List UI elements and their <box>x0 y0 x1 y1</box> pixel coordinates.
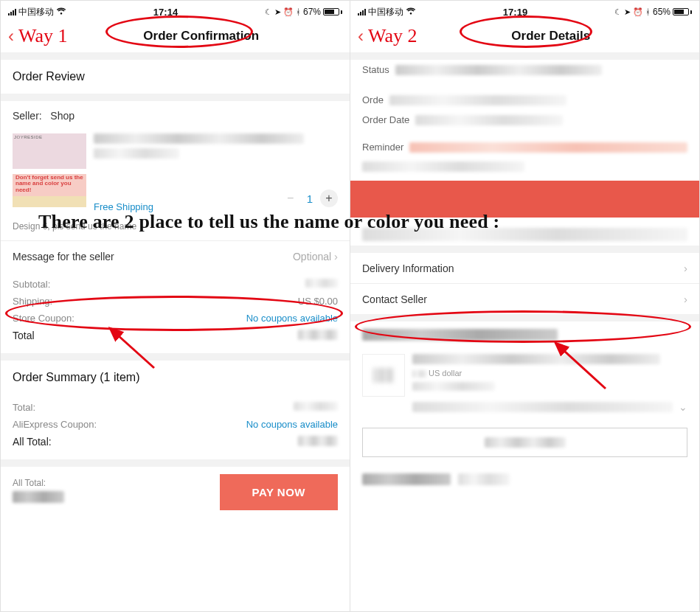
redacted-text <box>485 437 566 448</box>
product-thumb[interactable]: JOYRESIDE Don't forget send us the name … <box>13 133 86 207</box>
ae-coupon-label: AliExpress Coupon: <box>13 419 97 430</box>
wifi-icon <box>406 7 416 17</box>
delivery-info-label: Delivery Information <box>362 262 454 274</box>
location-icon: ➤ <box>624 7 631 17</box>
message-seller-row[interactable]: Message for the seller Optional › <box>1 241 350 271</box>
redacted-text <box>298 330 338 340</box>
battery-icon <box>323 8 342 15</box>
total-label: Total <box>13 330 35 341</box>
redacted-text <box>412 402 673 412</box>
signal-icon <box>358 9 366 15</box>
total2-label: Total: <box>13 402 35 413</box>
status-label: Status <box>362 64 389 75</box>
order-label: Orde <box>362 94 384 105</box>
carrier-label: 中国移动 <box>368 6 403 18</box>
alarm-icon: ⏰ <box>283 7 294 17</box>
wifi-icon <box>56 7 66 17</box>
status-bar: 中国移动 17:14 ☾ ➤ ⏰ ᚼ 67% <box>1 1 350 20</box>
redacted-text <box>362 228 687 241</box>
dnd-icon: ☾ <box>265 7 272 17</box>
qty-plus-button[interactable]: + <box>320 189 338 207</box>
alert-banner <box>350 181 699 218</box>
bluetooth-icon: ᚼ <box>645 7 651 16</box>
page-title: Order Confirmation <box>74 29 343 44</box>
product-thumb[interactable] <box>362 354 405 397</box>
redacted-text <box>412 382 495 391</box>
redacted-text <box>13 491 64 503</box>
status-time: 17:19 <box>503 7 527 18</box>
message-seller-label: Message for the seller <box>13 251 114 262</box>
shipping-value: US $0.00 <box>298 296 338 307</box>
chevron-right-icon: › <box>334 250 338 262</box>
status-bar: 中国移动 17:19 ☾ ➤ ⏰ ᚼ 65% <box>350 1 699 20</box>
redacted-text <box>94 133 304 144</box>
bluetooth-icon: ᚼ <box>296 7 301 16</box>
redacted-text <box>389 95 566 105</box>
battery-pct: 65% <box>653 7 670 17</box>
dnd-icon: ☾ <box>614 7 622 17</box>
redacted-text <box>362 329 558 341</box>
contact-seller-row[interactable]: Contact Seller › <box>350 284 699 314</box>
way-annotation: Way 1 <box>18 25 68 47</box>
way-annotation: Way 2 <box>368 25 417 47</box>
message-seller-hint: Optional <box>293 251 331 262</box>
location-icon: ➤ <box>274 7 281 17</box>
paybar-all-total-label: All Total: <box>13 478 211 488</box>
battery-pct: 67% <box>303 7 321 17</box>
reminder-label: Reminder <box>362 142 403 153</box>
redacted-text <box>412 354 660 364</box>
chevron-down-icon[interactable]: ⌄ <box>679 401 687 413</box>
carrier-label: 中国移动 <box>18 6 54 18</box>
page-title: Order Details <box>423 29 693 44</box>
qty-minus-button[interactable]: − <box>282 189 299 207</box>
store-coupon-value[interactable]: No coupons available <box>246 313 338 324</box>
seller-label: Seller: <box>13 110 42 122</box>
action-button[interactable] <box>362 428 687 457</box>
redacted-text <box>298 436 338 446</box>
qty-value: 1 <box>307 192 313 205</box>
order-summary-heading: Order Summary (1 item) <box>13 371 338 384</box>
store-coupon-label: Store Coupon: <box>13 313 74 324</box>
redacted-text <box>395 65 602 75</box>
redacted-text <box>305 279 338 288</box>
chevron-right-icon: › <box>684 293 687 305</box>
shipping-label: Shipping: <box>13 296 52 307</box>
redacted-text <box>294 402 338 411</box>
redacted-text <box>94 148 179 159</box>
status-time: 17:14 <box>153 7 178 18</box>
subtotal-label: Subtotal: <box>13 279 50 290</box>
redacted-text <box>458 473 510 485</box>
contact-seller-label: Contact Seller <box>362 293 427 305</box>
battery-icon <box>673 8 692 15</box>
redacted-text <box>362 473 451 485</box>
redacted-text <box>362 161 524 172</box>
order-review-heading: Order Review <box>1 60 350 94</box>
seller-name: Shop <box>50 110 74 122</box>
alarm-icon: ⏰ <box>633 7 643 17</box>
redacted-text <box>409 142 687 153</box>
all-total-label: All Total: <box>13 436 52 448</box>
signal-icon <box>8 9 16 15</box>
order-date-label: Order Date <box>362 114 409 125</box>
ae-coupon-value[interactable]: No coupons available <box>246 419 338 430</box>
pay-now-button[interactable]: PAY NOW <box>220 474 338 510</box>
redacted-text <box>415 115 563 125</box>
currency-hint: US dollar <box>429 369 462 378</box>
chevron-right-icon: › <box>684 262 687 274</box>
variant-note: Design 6, pls send us the name <box>1 217 350 240</box>
delivery-info-row[interactable]: Delivery Information › <box>350 253 699 283</box>
